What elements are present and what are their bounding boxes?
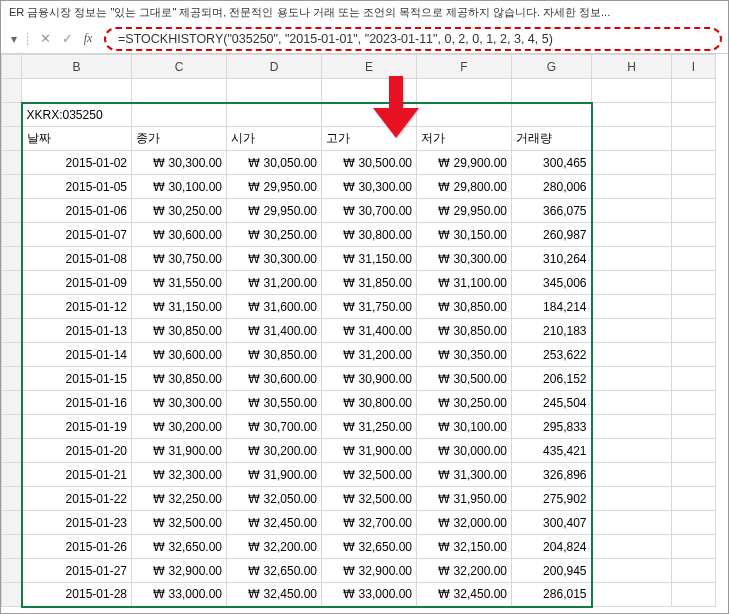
cell-volume[interactable]: 206,152 [512, 367, 592, 391]
cell[interactable] [672, 151, 716, 175]
cell[interactable] [592, 583, 672, 607]
header-volume[interactable]: 거래량 [512, 127, 592, 151]
cell-high[interactable]: ₩ 31,400.00 [322, 319, 417, 343]
row-header[interactable] [2, 247, 22, 271]
cell-close[interactable]: ₩ 30,750.00 [132, 247, 227, 271]
col-header[interactable]: G [512, 55, 592, 79]
cell-high[interactable]: ₩ 31,150.00 [322, 247, 417, 271]
cell-low[interactable]: ₩ 30,000.00 [417, 439, 512, 463]
cell-close[interactable]: ₩ 30,850.00 [132, 319, 227, 343]
cell[interactable] [672, 487, 716, 511]
cell-low[interactable]: ₩ 30,850.00 [417, 295, 512, 319]
row-header[interactable] [2, 151, 22, 175]
cell-volume[interactable]: 310,264 [512, 247, 592, 271]
cell-volume[interactable]: 345,006 [512, 271, 592, 295]
cell-date[interactable]: 2015-01-28 [22, 583, 132, 607]
cell[interactable] [672, 79, 716, 103]
table-row[interactable]: 2015-01-13₩ 30,850.00₩ 31,400.00₩ 31,400… [2, 319, 716, 343]
cell[interactable] [592, 247, 672, 271]
col-header[interactable]: B [22, 55, 132, 79]
cell-close[interactable]: ₩ 30,200.00 [132, 415, 227, 439]
cell-close[interactable]: ₩ 32,500.00 [132, 511, 227, 535]
cell[interactable] [672, 439, 716, 463]
cell-date[interactable]: 2015-01-21 [22, 463, 132, 487]
cell[interactable] [227, 79, 322, 103]
cell[interactable] [592, 127, 672, 151]
cell-close[interactable]: ₩ 30,300.00 [132, 391, 227, 415]
cell[interactable] [132, 79, 227, 103]
cell[interactable] [592, 295, 672, 319]
row-header[interactable] [2, 415, 22, 439]
cell-date[interactable]: 2015-01-16 [22, 391, 132, 415]
cell[interactable] [512, 103, 592, 127]
cell[interactable] [592, 391, 672, 415]
header-close[interactable]: 종가 [132, 127, 227, 151]
cell-low[interactable]: ₩ 32,000.00 [417, 511, 512, 535]
cell-date[interactable]: 2015-01-06 [22, 199, 132, 223]
row-header[interactable] [2, 343, 22, 367]
cell[interactable] [22, 79, 132, 103]
cell[interactable] [592, 223, 672, 247]
cell-date[interactable]: 2015-01-22 [22, 487, 132, 511]
cell-low[interactable]: ₩ 30,850.00 [417, 319, 512, 343]
cell[interactable] [672, 319, 716, 343]
table-row[interactable]: 2015-01-12₩ 31,150.00₩ 31,600.00₩ 31,750… [2, 295, 716, 319]
spreadsheet-grid[interactable]: B C D E F G H I XKRX:035250날짜종가시가고가저가거래량… [1, 54, 728, 608]
cell-high[interactable]: ₩ 30,700.00 [322, 199, 417, 223]
cell-low[interactable]: ₩ 31,950.00 [417, 487, 512, 511]
table-row[interactable]: 2015-01-15₩ 30,850.00₩ 30,600.00₩ 30,900… [2, 367, 716, 391]
cell-volume[interactable]: 204,824 [512, 535, 592, 559]
row-header[interactable] [2, 511, 22, 535]
cell-open[interactable]: ₩ 32,200.00 [227, 535, 322, 559]
cell-high[interactable]: ₩ 32,900.00 [322, 559, 417, 583]
cell-high[interactable]: ₩ 33,000.00 [322, 583, 417, 607]
cell[interactable] [672, 199, 716, 223]
table-row[interactable]: 2015-01-27₩ 32,900.00₩ 32,650.00₩ 32,900… [2, 559, 716, 583]
cell[interactable] [672, 103, 716, 127]
header-open[interactable]: 시가 [227, 127, 322, 151]
cell-date[interactable]: 2015-01-13 [22, 319, 132, 343]
row-header[interactable] [2, 559, 22, 583]
cell-open[interactable]: ₩ 32,450.00 [227, 583, 322, 607]
cell[interactable] [592, 199, 672, 223]
cell-low[interactable]: ₩ 32,150.00 [417, 535, 512, 559]
cell[interactable] [672, 247, 716, 271]
cell[interactable] [512, 79, 592, 103]
row-header[interactable] [2, 127, 22, 151]
cell-volume[interactable]: 366,075 [512, 199, 592, 223]
table-row[interactable]: 2015-01-20₩ 31,900.00₩ 30,200.00₩ 31,900… [2, 439, 716, 463]
cell[interactable] [672, 343, 716, 367]
cell-high[interactable]: ₩ 31,200.00 [322, 343, 417, 367]
cell-date[interactable]: 2015-01-02 [22, 151, 132, 175]
formula-input[interactable]: =STOCKHISTORY("035250", "2015-01-01", "2… [104, 27, 722, 51]
cell-close[interactable]: ₩ 31,150.00 [132, 295, 227, 319]
cell-open[interactable]: ₩ 31,900.00 [227, 463, 322, 487]
cell-date[interactable]: 2015-01-20 [22, 439, 132, 463]
cell-open[interactable]: ₩ 32,450.00 [227, 511, 322, 535]
cell-date[interactable]: 2015-01-07 [22, 223, 132, 247]
cell-close[interactable]: ₩ 30,600.00 [132, 223, 227, 247]
cell-date[interactable]: 2015-01-26 [22, 535, 132, 559]
cell-low[interactable]: ₩ 32,450.00 [417, 583, 512, 607]
table-row[interactable]: 2015-01-19₩ 30,200.00₩ 30,700.00₩ 31,250… [2, 415, 716, 439]
table-row[interactable]: 2015-01-05₩ 30,100.00₩ 29,950.00₩ 30,300… [2, 175, 716, 199]
cell-open[interactable]: ₩ 30,700.00 [227, 415, 322, 439]
cell-low[interactable]: ₩ 29,800.00 [417, 175, 512, 199]
cell-close[interactable]: ₩ 30,100.00 [132, 175, 227, 199]
cell-close[interactable]: ₩ 31,900.00 [132, 439, 227, 463]
row-header[interactable] [2, 391, 22, 415]
cell[interactable] [592, 319, 672, 343]
row-header[interactable] [2, 175, 22, 199]
table-row[interactable]: 2015-01-28₩ 33,000.00₩ 32,450.00₩ 33,000… [2, 583, 716, 607]
cell[interactable] [592, 367, 672, 391]
cell-volume[interactable]: 184,214 [512, 295, 592, 319]
cell-volume[interactable]: 300,465 [512, 151, 592, 175]
enter-icon[interactable]: ✓ [56, 31, 78, 46]
cell-low[interactable]: ₩ 29,950.00 [417, 199, 512, 223]
header-date[interactable]: 날짜 [22, 127, 132, 151]
cell[interactable] [592, 175, 672, 199]
cell-close[interactable]: ₩ 32,650.00 [132, 535, 227, 559]
cell[interactable] [592, 487, 672, 511]
cell[interactable] [132, 103, 227, 127]
ticker-cell[interactable]: XKRX:035250 [22, 103, 132, 127]
